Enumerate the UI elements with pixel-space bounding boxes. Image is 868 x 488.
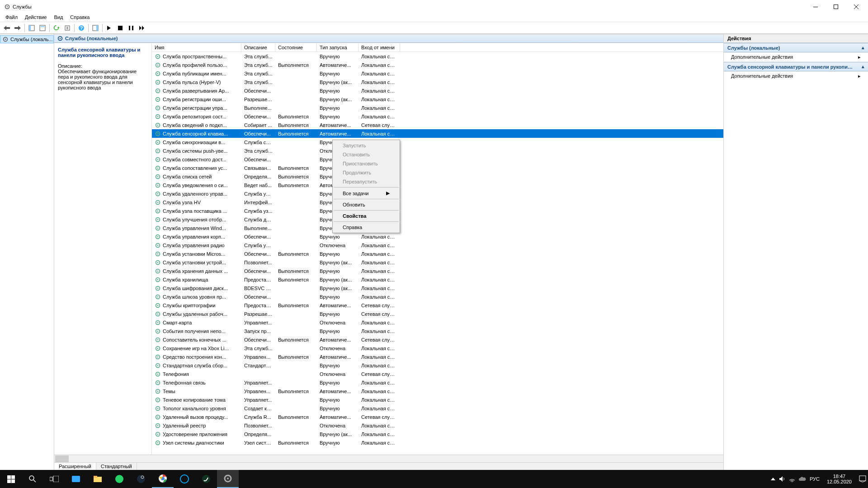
service-row[interactable]: ТелефонияОтключенаСетевая служба (152, 370, 723, 378)
action-item[interactable]: Дополнительные действия▸ (724, 52, 868, 62)
service-row[interactable]: Служба хранилищаПредостав...ВыполняетсяВ… (152, 275, 723, 284)
context-menu-item[interactable]: Свойства (334, 211, 399, 221)
service-row[interactable]: Смарт-картаУправляет...ОтключенаЛокальна… (152, 318, 723, 327)
service-row[interactable]: Служба управления радиоСлужба уп...Отклю… (152, 241, 723, 249)
properties-button[interactable] (38, 23, 47, 33)
service-row[interactable]: Служба управления Wind...Выполняе...Вруч… (152, 224, 723, 232)
service-row[interactable]: Служба совместного дост...Обеспечи...Вру… (152, 155, 723, 164)
refresh-button[interactable] (52, 23, 61, 33)
tray-language[interactable]: РУС (810, 476, 820, 482)
help-button[interactable]: ? (76, 23, 86, 33)
search-button[interactable] (22, 470, 43, 488)
menu-file[interactable]: Файл (2, 14, 21, 22)
service-row[interactable]: Служба узла HVИнтерфей...ВручнуюЛокальна… (152, 198, 723, 206)
service-row[interactable]: Служба репозитория сост...Обеспечи...Вып… (152, 112, 723, 121)
taskbar-steam[interactable] (130, 470, 152, 488)
service-row[interactable]: Узел системы диагностикиУзел систе...Вып… (152, 438, 723, 447)
service-row[interactable]: Служба синхронизации в...Служба си...Вру… (152, 138, 723, 146)
service-row[interactable]: Служба списка сетейОпределя...Выполняетс… (152, 172, 723, 181)
show-hide-tree-button[interactable] (27, 23, 37, 33)
service-row[interactable]: Удаленный вызов процеду...Служба R...Вып… (152, 413, 723, 421)
restart-service-button[interactable] (137, 23, 147, 33)
service-row[interactable]: Служба улучшения отобр...Служба дл...Вру… (152, 215, 723, 224)
service-row[interactable]: Служба установки Micros...Обеспечи...Вып… (152, 249, 723, 258)
forward-button[interactable] (13, 23, 23, 33)
tray-clock[interactable]: 18:47 12.05.2020 (823, 474, 855, 484)
column-header[interactable]: Описание (241, 43, 275, 52)
taskbar-chrome[interactable] (152, 470, 174, 488)
maximize-button[interactable] (826, 0, 846, 13)
service-row[interactable]: ТемыУправлен...ВыполняетсяАвтоматиче...Л… (152, 387, 723, 395)
service-row[interactable]: Служба сведений о подкл...Собирает ...Вы… (152, 121, 723, 129)
service-row[interactable]: Служба уведомления о си...Ведет наб...Вы… (152, 181, 723, 189)
taskbar-app-4[interactable] (195, 470, 217, 488)
service-row[interactable]: Тополог канального уровняСоздает ка...Вр… (152, 404, 723, 413)
service-row[interactable]: Теневое копирование томаУправляет...Вруч… (152, 395, 723, 404)
taskbar-explorer[interactable] (87, 470, 108, 488)
service-row[interactable]: Служба регистрации оши...Разрешает...Вру… (152, 95, 723, 103)
cell: Локальная сис... (359, 251, 400, 257)
column-header[interactable]: Вход от имени (359, 43, 400, 52)
minimize-button[interactable] (805, 0, 826, 13)
tray-network-icon[interactable] (789, 476, 795, 482)
close-button[interactable] (846, 0, 866, 13)
menu-action[interactable]: Действие (21, 14, 50, 22)
service-row[interactable]: События получения непо...Запуск пр...Вру… (152, 327, 723, 335)
taskbar-app-2[interactable] (108, 470, 130, 488)
service-row[interactable]: Служба пульса (Hyper-V)Эта служб...Вручн… (152, 78, 723, 86)
service-row[interactable]: Сохранение игр на Xbox Li...Эта служб...… (152, 344, 723, 352)
service-row[interactable]: Служба установки устрой...Позволяет...Вр… (152, 258, 723, 267)
taskbar-app-1[interactable] (65, 470, 87, 488)
service-row[interactable]: Служба удаленного управ...Служба уд...Вр… (152, 189, 723, 198)
service-row[interactable]: Служба развертывания Ap...Обеспечи...Вру… (152, 86, 723, 95)
back-button[interactable] (2, 23, 12, 33)
service-row[interactable]: Стандартная служба сбор...Стандартн...Вр… (152, 361, 723, 370)
context-menu-item[interactable]: Справка (334, 223, 399, 232)
service-row[interactable]: Служба хранения данных ...Обеспечи...Вып… (152, 267, 723, 275)
tray-volume-icon[interactable] (779, 476, 785, 482)
tree-root-item[interactable]: Службы (локаль... (0, 35, 54, 43)
service-row[interactable]: Служба сопоставления ус...Связыван...Вып… (152, 164, 723, 172)
show-hide-action-button[interactable] (90, 23, 100, 33)
service-row[interactable]: Служба пространственны...Эта служб...Вру… (152, 52, 723, 61)
horizontal-scrollbar[interactable] (54, 455, 723, 462)
stop-service-button[interactable] (115, 23, 125, 33)
menu-view[interactable]: Вид (50, 14, 66, 22)
menu-help[interactable]: Справка (66, 14, 93, 22)
context-menu-item[interactable]: Обновить (334, 200, 399, 209)
tab-extended[interactable]: Расширенный (54, 463, 96, 470)
taskbar-app-3[interactable] (174, 470, 195, 488)
service-row[interactable]: Служба узла поставщика ...Служба уз...Вр… (152, 206, 723, 215)
taskbar-services[interactable] (217, 470, 239, 488)
column-header[interactable]: Состояние (275, 43, 317, 52)
export-button[interactable] (62, 23, 72, 33)
start-service-button[interactable] (104, 23, 114, 33)
service-row[interactable]: Служба профилей пользо...Эта служб...Вып… (152, 61, 723, 69)
service-row[interactable]: Телефонная связьУправляет...ВручнуюЛокал… (152, 378, 723, 387)
service-row[interactable]: Удаленный реестрПозволяет...ОтключенаЛок… (152, 421, 723, 430)
service-row[interactable]: Средство построения кон...Управлен...Вып… (152, 352, 723, 361)
service-row[interactable]: Служба сенсорной клавиа...Обеспечи...Вып… (152, 129, 723, 138)
service-row[interactable]: Служба шлюза уровня пр...Обеспечи...Вруч… (152, 292, 723, 301)
column-header[interactable]: Тип запуска (317, 43, 359, 52)
action-item[interactable]: Дополнительные действия▸ (724, 71, 868, 81)
service-row[interactable]: Удостоверение приложенияОпределя...Вручн… (152, 430, 723, 438)
column-header[interactable]: Имя (152, 43, 241, 52)
service-row[interactable]: Служба шифрования диск...BDESVC пр...Вру… (152, 284, 723, 292)
start-button[interactable] (0, 470, 22, 488)
service-row[interactable]: Службы криптографииПредостав...Выполняет… (152, 301, 723, 310)
tray-notifications-icon[interactable] (859, 475, 866, 483)
service-row[interactable]: Службы удаленных рабоч...Разрешает...Вру… (152, 310, 723, 318)
service-row[interactable]: Служба публикации имен...Эта служб...Вру… (152, 69, 723, 78)
context-menu-item[interactable]: Все задачи▶ (334, 188, 399, 198)
list-rows[interactable]: Служба пространственны...Эта служб...Вру… (152, 52, 723, 455)
tray-onedrive-icon[interactable] (799, 477, 806, 481)
service-row[interactable]: Служба управления корп...Обеспечи...Вруч… (152, 232, 723, 241)
task-view-button[interactable] (43, 470, 65, 488)
tray-chevron-icon[interactable] (771, 478, 775, 480)
pause-service-button[interactable] (126, 23, 136, 33)
service-row[interactable]: Сопоставитель конечных ...Обеспечи...Вып… (152, 335, 723, 344)
tab-standard[interactable]: Стандартный (96, 463, 137, 470)
service-row[interactable]: Служба регистрации упра...Выполняе...Вру… (152, 103, 723, 112)
service-row[interactable]: Служба системы push-уве...Эта служб...От… (152, 146, 723, 155)
